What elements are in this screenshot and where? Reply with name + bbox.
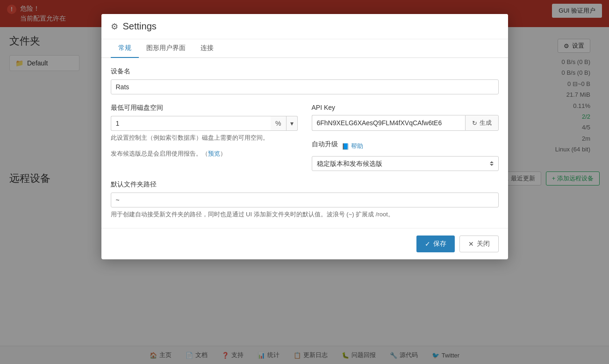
- modal-tabs: 常规 图形用户界面 连接: [101, 39, 508, 58]
- auto-upgrade-header: 自动升级 📘 帮助: [312, 140, 499, 152]
- auto-upgrade-label: 自动升级: [312, 140, 338, 149]
- col-right: API Key ↻ 生成 自动升级 📘 帮助: [312, 104, 499, 171]
- api-key-label: API Key: [312, 104, 499, 111]
- help-label: 帮助: [351, 142, 363, 150]
- settings-modal: ⚙ Settings 常规 图形用户界面 连接 设备名: [101, 14, 508, 259]
- two-col-section: 最低可用磁盘空间 % ▾ 此设置控制主（例如索引数据库）磁盘上需要的可用空间。 …: [111, 104, 499, 171]
- auto-upgrade-section: 自动升级 📘 帮助 无 仅稳定版本 稳定版本和发布候选版: [312, 140, 499, 171]
- save-label: 保存: [433, 240, 446, 248]
- auto-upgrade-select[interactable]: 无 仅稳定版本 稳定版本和发布候选版: [312, 156, 499, 171]
- refresh-icon: ↻: [472, 120, 477, 127]
- default-path-label: 默认文件夹路径: [111, 180, 499, 189]
- default-path-input[interactable]: [111, 193, 499, 207]
- close-button[interactable]: ✕ 关闭: [459, 236, 499, 252]
- save-button[interactable]: ✓ 保存: [416, 236, 455, 252]
- modal-header: ⚙ Settings: [101, 14, 508, 39]
- generate-label: 生成: [480, 119, 492, 127]
- device-name-section: 设备名: [111, 67, 499, 94]
- generate-button[interactable]: ↻ 生成: [465, 115, 499, 131]
- release-hint-text: 发布候选版总是会启用使用报告。（: [111, 150, 208, 157]
- disk-unit-dropdown[interactable]: ▾: [287, 116, 298, 131]
- modal-title: Settings: [123, 21, 157, 32]
- default-path-section: 默认文件夹路径 用于创建自动接受新文件夹的路径，同时也是通过 UI 添加新文件夹…: [111, 180, 499, 219]
- device-name-input[interactable]: [111, 79, 499, 94]
- modal-footer: ✓ 保存 ✕ 关闭: [101, 228, 508, 259]
- checkmark-icon: ✓: [425, 240, 430, 248]
- min-disk-input-group: % ▾: [111, 116, 298, 131]
- min-disk-label: 最低可用磁盘空间: [111, 104, 298, 112]
- release-hint: 发布候选版总是会启用使用报告。（预览）: [111, 150, 298, 158]
- times-icon: ✕: [468, 240, 474, 248]
- min-disk-input[interactable]: [111, 116, 271, 131]
- close-label: 关闭: [477, 240, 490, 248]
- min-disk-hint: 此设置控制主（例如索引数据库）磁盘上需要的可用空间。: [111, 134, 298, 142]
- device-name-label: 设备名: [111, 67, 499, 76]
- disk-unit-label: %: [271, 116, 286, 131]
- modal-body: 设备名 最低可用磁盘空间 % ▾ 此设置控制主（例如索引数据库）磁盘上需要的可用…: [101, 58, 508, 228]
- tab-connection[interactable]: 连接: [193, 39, 221, 58]
- col-left: 最低可用磁盘空间 % ▾ 此设置控制主（例如索引数据库）磁盘上需要的可用空间。 …: [111, 104, 298, 171]
- preview-link[interactable]: 预览: [208, 150, 220, 157]
- api-key-input[interactable]: [312, 115, 465, 131]
- tab-gui[interactable]: 图形用户界面: [139, 39, 193, 58]
- modal-gear-icon: ⚙: [111, 21, 118, 32]
- release-hint2: ）: [220, 150, 226, 157]
- book-icon: 📘: [342, 143, 349, 150]
- help-link[interactable]: 📘 帮助: [342, 142, 363, 150]
- default-path-hint: 用于创建自动接受新文件夹的路径，同时也是通过 UI 添加新文件夹时的默认值。波浪…: [111, 210, 499, 219]
- tab-general[interactable]: 常规: [111, 39, 139, 58]
- modal-overlay: ⚙ Settings 常规 图形用户界面 连接 设备名: [0, 0, 609, 364]
- api-key-group: ↻ 生成: [312, 115, 499, 131]
